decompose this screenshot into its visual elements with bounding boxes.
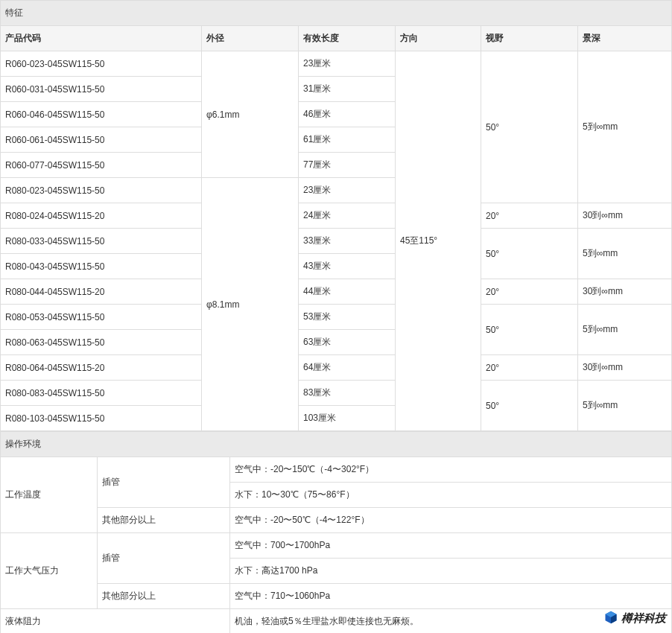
val-pres-water: 水下：高达1700 hPa (230, 559, 672, 584)
table-row: R080-044-045SW115-20 (1, 279, 202, 305)
length-cell: 63厘米 (299, 330, 396, 355)
length-cell: 61厘米 (299, 127, 396, 153)
fov-cell: 20° (481, 203, 578, 229)
fov-cell: 20° (481, 279, 578, 305)
length-cell: 23厘米 (299, 178, 396, 203)
dof-cell: 5到∞mm (578, 305, 672, 355)
table-row: R080-064-045SW115-20 (1, 355, 202, 381)
val-pres-air: 空气中：700〜1700hPa (230, 533, 672, 559)
val-temp-water: 水下：10〜30℃（75〜86°F） (230, 483, 672, 508)
val-temp-air: 空气中：-20〜150℃（-4〜302°F） (230, 457, 672, 483)
col-fov: 视野 (481, 26, 578, 51)
length-cell: 83厘米 (299, 381, 396, 406)
length-cell: 77厘米 (299, 153, 396, 178)
length-cell: 24厘米 (299, 203, 396, 229)
length-cell: 64厘米 (299, 355, 396, 381)
table-row: R080-103-045SW115-50 (1, 406, 202, 431)
fov-cell: 20° (481, 355, 578, 381)
val-pres-other: 空气中：710〜1060hPa (230, 584, 672, 609)
diameter-cell: φ6.1mm (202, 51, 299, 178)
dof-cell: 30到∞mm (578, 355, 672, 381)
table-row: R060-046-045SW115-50 (1, 102, 202, 127)
fov-cell: 50° (481, 305, 578, 355)
diameter-cell: φ8.1mm (202, 178, 299, 431)
dof-cell: 5到∞mm (578, 381, 672, 431)
label-temp: 工作温度 (1, 457, 98, 533)
table-row: R080-024-045SW115-20 (1, 203, 202, 229)
length-cell: 103厘米 (299, 406, 396, 431)
dof-cell: 30到∞mm (578, 203, 672, 229)
col-length: 有效长度 (299, 26, 396, 51)
length-cell: 46厘米 (299, 102, 396, 127)
col-diameter: 外径 (202, 26, 299, 51)
label-liquid: 液体阻力 (1, 609, 230, 634)
table-row: R080-063-045SW115-50 (1, 330, 202, 355)
dof-cell: 5到∞mm (578, 51, 672, 203)
length-cell: 23厘米 (299, 51, 396, 77)
dof-cell: 5到∞mm (578, 229, 672, 279)
col-dof: 景深 (578, 26, 672, 51)
direction-cell: 45至115° (396, 51, 481, 431)
table-row: R060-077-045SW115-50 (1, 153, 202, 178)
table-row: R060-061-045SW115-50 (1, 127, 202, 153)
label-other: 其他部分以上 (98, 584, 230, 609)
table-row: R080-033-045SW115-50 (1, 229, 202, 254)
length-cell: 31厘米 (299, 77, 396, 102)
length-cell: 43厘米 (299, 254, 396, 279)
label-tube: 插管 (98, 457, 230, 508)
table-row: R080-053-045SW115-50 (1, 305, 202, 330)
brand-logo: 樽祥科技 (603, 610, 666, 627)
fov-cell: 50° (481, 51, 578, 203)
label-other: 其他部分以上 (98, 508, 230, 533)
table-row: R060-031-045SW115-50 (1, 77, 202, 102)
env-title: 操作环境 (1, 432, 672, 457)
table-row: R080-043-045SW115-50 (1, 254, 202, 279)
spec-table: 特征 产品代码 外径 有效长度 方向 视野 景深 R060-023-045SW1… (0, 0, 672, 431)
fov-cell: 50° (481, 229, 578, 279)
length-cell: 53厘米 (299, 305, 396, 330)
fov-cell: 50° (481, 381, 578, 431)
length-cell: 33厘米 (299, 229, 396, 254)
table-row: R080-023-045SW115-50 (1, 178, 202, 203)
col-direction: 方向 (396, 26, 481, 51)
col-code: 产品代码 (1, 26, 202, 51)
spec-title: 特征 (1, 1, 672, 26)
length-cell: 44厘米 (299, 279, 396, 305)
cube-icon (603, 610, 618, 627)
val-temp-other: 空气中：-20〜50℃（-4〜122°F） (230, 508, 672, 533)
dof-cell: 30到∞mm (578, 279, 672, 305)
table-row: R080-083-045SW115-50 (1, 381, 202, 406)
env-table: 操作环境 工作温度 插管 空气中：-20〜150℃（-4〜302°F） 水下：1… (0, 431, 672, 633)
brand-text: 樽祥科技 (621, 611, 666, 626)
label-tube: 插管 (98, 533, 230, 584)
label-pressure: 工作大气压力 (1, 533, 98, 609)
table-row: R060-023-045SW115-50 (1, 51, 202, 77)
